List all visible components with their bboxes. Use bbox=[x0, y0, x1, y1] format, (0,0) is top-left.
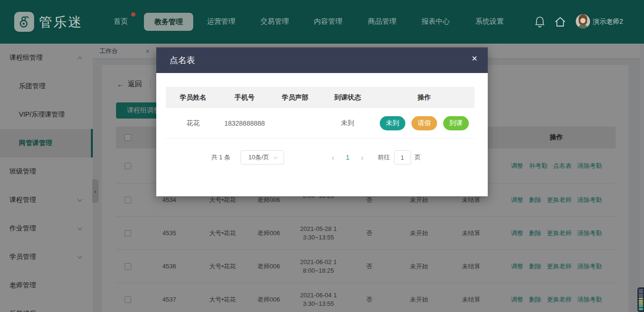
col-attendance: 到课状态 bbox=[321, 93, 374, 102]
col-student-name: 学员姓名 bbox=[166, 93, 220, 102]
level-meter-widget bbox=[637, 287, 644, 312]
goto-page-input[interactable] bbox=[394, 150, 411, 165]
roll-call-modal: 点名表 × 学员姓名 手机号 学员声部 到课状态 操作 花花 183288888… bbox=[156, 47, 488, 196]
username[interactable]: 演示老师2 bbox=[593, 18, 623, 26]
modal-table-header-row: 学员姓名 手机号 学员声部 到课状态 操作 bbox=[166, 87, 474, 108]
nav-item-academic-active[interactable]: 教务管理 bbox=[144, 13, 193, 31]
mark-absent-button[interactable]: 未到 bbox=[380, 116, 405, 130]
page-size-value: 10条/页 bbox=[248, 153, 269, 162]
next-page-icon[interactable]: › bbox=[361, 154, 364, 162]
notification-dot bbox=[131, 12, 135, 17]
student-name: 花花 bbox=[166, 119, 220, 128]
roll-call-table: 学员姓名 手机号 学员声部 到课状态 操作 花花 18328888888 未到 … bbox=[166, 87, 474, 138]
goto-label: 前往 bbox=[378, 153, 390, 162]
brand-name: 管乐迷 bbox=[39, 13, 83, 31]
nav-item-transactions[interactable]: 交易管理 bbox=[260, 17, 289, 26]
close-icon[interactable]: × bbox=[472, 54, 477, 63]
col-voice-part: 学员声部 bbox=[269, 93, 321, 102]
pagination: 共 1 条 10条/页 ‹ 1 › 前往 页 bbox=[211, 150, 421, 165]
col-actions: 操作 bbox=[374, 93, 474, 102]
col-phone: 手机号 bbox=[220, 93, 269, 102]
mark-leave-button[interactable]: 请假 bbox=[411, 116, 437, 130]
modal-title: 点名表 bbox=[170, 55, 195, 66]
goto-unit: 页 bbox=[415, 153, 421, 162]
modal-table-row: 花花 18328888888 未到 未到 请假 到课 bbox=[166, 108, 474, 138]
total-count: 共 1 条 bbox=[211, 153, 230, 162]
nav-item-content[interactable]: 内容管理 bbox=[314, 17, 342, 26]
nav-item-products[interactable]: 商品管理 bbox=[368, 17, 396, 26]
nav-item-reports[interactable]: 报表中心 bbox=[421, 17, 450, 26]
bell-icon[interactable] bbox=[534, 16, 546, 30]
attendance-status: 未到 bbox=[321, 119, 374, 128]
student-phone: 18328888888 bbox=[220, 119, 269, 127]
nav-item-home[interactable]: 首页 bbox=[114, 17, 128, 26]
top-nav: 管乐迷 首页 教务管理 运营管理 交易管理 内容管理 商品管理 报表中心 系统设… bbox=[0, 0, 644, 44]
nav-item-operations[interactable]: 运营管理 bbox=[207, 17, 235, 26]
nav-item-settings[interactable]: 系统设置 bbox=[475, 17, 504, 26]
modal-header: 点名表 × bbox=[156, 47, 488, 73]
prev-page-icon[interactable]: ‹ bbox=[331, 154, 334, 162]
home-icon[interactable] bbox=[554, 16, 566, 30]
dropdown-caret-icon bbox=[273, 155, 277, 158]
avatar[interactable] bbox=[576, 14, 590, 28]
brand-logo-icon bbox=[14, 12, 34, 32]
current-page[interactable]: 1 bbox=[346, 154, 349, 161]
page-size-select[interactable]: 10条/页 bbox=[241, 150, 284, 165]
mark-attended-button[interactable]: 到课 bbox=[443, 116, 469, 130]
